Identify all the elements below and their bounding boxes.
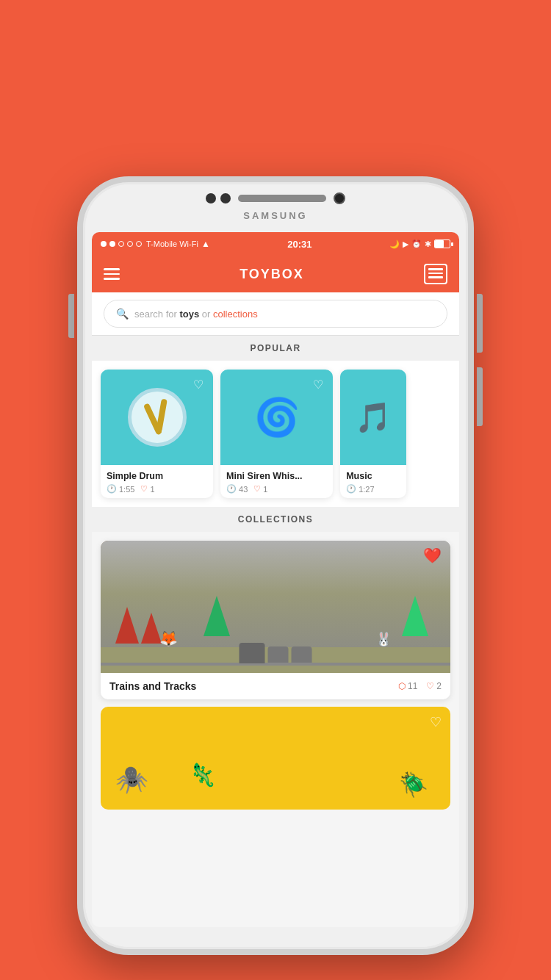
toy-card-img-drum: ♡ <box>101 370 213 465</box>
phone-shell: SAMSUNG T-Mobile Wi-Fi ▲ 20:31 🌙 ▶ <box>77 176 474 955</box>
scene-rabbit: 🐰 <box>375 631 392 647</box>
status-bar: T-Mobile Wi-Fi ▲ 20:31 🌙 ▶ ⏰ ✱ <box>92 232 459 256</box>
toy-time-siren: 🕐 43 <box>226 484 248 494</box>
toy-likes-val-drum: 1 <box>150 485 154 494</box>
phone-dots <box>206 193 231 203</box>
train-car-3 <box>292 646 312 663</box>
search-bar[interactable]: 🔍 search for toys or collections <box>92 292 459 336</box>
hamburger-line-2 <box>104 273 120 275</box>
gecko-icon: 🦎 <box>189 762 216 788</box>
toy-time-drum: 🕐 1:55 <box>107 484 134 494</box>
toy-card-img-music: 🎵 <box>340 370 406 465</box>
signal-dot-2 <box>109 241 115 247</box>
nav-bar: TOYBOX <box>92 256 459 292</box>
train-car-2 <box>268 646 289 663</box>
heart-outline-icon: ♡ <box>193 378 204 392</box>
toy-card-info-music: Music 🕐 1:27 <box>340 465 406 498</box>
popular-row: ♡ Simple Drum 🕐 1:55 ♡ 1 <box>92 361 459 507</box>
app-title: TOYBOX <box>240 267 304 282</box>
toy-name-siren: Mini Siren Whis... <box>226 471 327 481</box>
toy-card-music[interactable]: 🎵 Music 🕐 1:27 <box>340 370 406 498</box>
hamburger-line-3 <box>104 278 120 280</box>
coll-likes: ♡ 2 <box>426 681 442 691</box>
clock-icon-music: 🕐 <box>346 484 356 494</box>
phone-btn-bixby <box>477 367 483 426</box>
signal-dot-1 <box>101 241 107 247</box>
bluetooth-icon: ✱ <box>425 239 431 249</box>
search-pre: search for <box>134 309 179 320</box>
phone-speaker <box>238 195 326 202</box>
coll-count: ⬡ 11 <box>398 681 417 691</box>
popular-section-header: POPULAR <box>92 336 459 361</box>
toy-meta-music: 🕐 1:27 <box>346 484 400 494</box>
collection-card-trains[interactable]: 🦊 🐰 ❤️ Trains and Tracks ⬡ 11 <box>101 541 450 699</box>
toy-likes-val-siren: 1 <box>263 485 267 494</box>
toy-card-info-siren: Mini Siren Whis... 🕐 43 ♡ 1 <box>220 465 333 498</box>
scene-bg: 🦊 🐰 ❤️ <box>101 541 450 673</box>
search-inner[interactable]: 🔍 search for toys or collections <box>104 300 447 328</box>
toy-name-drum: Simple Drum <box>107 471 207 481</box>
cart-line-1 <box>428 268 443 270</box>
phone-btn-volume <box>68 294 74 338</box>
status-left: T-Mobile Wi-Fi ▲ <box>101 239 210 249</box>
carrier-name: T-Mobile Wi-Fi <box>146 239 198 248</box>
heart-meta-drum: ♡ <box>140 484 148 494</box>
battery-icon <box>434 239 450 248</box>
toy-card-drum[interactable]: ♡ Simple Drum 🕐 1:55 ♡ 1 <box>101 370 213 498</box>
signal-dot-5 <box>136 241 142 247</box>
phone-top-bar <box>173 192 378 204</box>
cube-icon: ⬡ <box>398 681 406 691</box>
location-icon: ▶ <box>403 239 408 249</box>
phone-camera <box>334 192 345 204</box>
train-car-1 <box>240 643 265 663</box>
heart-meta-siren: ♡ <box>253 484 261 494</box>
cart-line-3 <box>428 276 443 278</box>
toy-heart-btn-siren[interactable]: ♡ <box>309 375 327 393</box>
collection-meta-trains: ⬡ 11 ♡ 2 <box>398 681 442 691</box>
collection-img-trains: 🦊 🐰 ❤️ <box>101 541 450 673</box>
toy-likes-siren: ♡ 1 <box>253 484 267 494</box>
search-text: search for toys or collections <box>134 309 258 320</box>
search-toys: toys <box>179 309 199 320</box>
toy-likes-drum: ♡ 1 <box>140 484 154 494</box>
collection-heart-btn[interactable]: ❤️ <box>423 547 442 564</box>
hamburger-menu[interactable] <box>104 268 120 280</box>
status-right: 🌙 ▶ ⏰ ✱ <box>389 239 450 249</box>
phone-btn-power <box>477 294 483 353</box>
signal-dot-3 <box>118 241 124 247</box>
toy-time-val-music: 1:27 <box>359 485 374 494</box>
toy-card-siren[interactable]: 🌀 ♡ Mini Siren Whis... 🕐 43 <box>220 370 333 498</box>
toy-name-music: Music <box>346 471 400 481</box>
yellow-collection-card[interactable]: ♡ 🕷️ 🦎 🪲 <box>101 707 450 810</box>
spider-icon: 🕷️ <box>115 764 148 795</box>
toy-time-music: 🕐 1:27 <box>346 484 374 494</box>
scene-fox: 🦊 <box>159 630 178 647</box>
coll-heart-icon: ♡ <box>426 681 434 691</box>
clock-icon-drum: 🕐 <box>107 484 117 494</box>
search-collections: collections <box>213 309 258 320</box>
toy-heart-btn-drum[interactable]: ♡ <box>190 375 207 393</box>
scene-tree-green-1 <box>204 596 230 636</box>
moon-icon: 🌙 <box>389 239 400 249</box>
coll-likes-val: 2 <box>436 681 442 691</box>
collection-info-trains: Trains and Tracks ⬡ 11 ♡ 2 <box>101 673 450 699</box>
hamburger-line-1 <box>104 268 120 270</box>
toy-card-info-drum: Simple Drum 🕐 1:55 ♡ 1 <box>101 465 213 498</box>
toy-time-val-drum: 1:55 <box>119 485 134 494</box>
alarm-icon: ⏰ <box>411 239 422 249</box>
cockroach-icon: 🪲 <box>399 771 428 799</box>
signal-dot-4 <box>127 241 133 247</box>
phone-mockup: SAMSUNG T-Mobile Wi-Fi ▲ 20:31 🌙 ▶ <box>77 176 474 955</box>
cart-icon[interactable] <box>424 264 447 284</box>
scene-train <box>240 646 312 667</box>
toy-card-img-siren: 🌀 ♡ <box>220 370 333 465</box>
collections-label: COLLECTIONS <box>238 514 314 525</box>
scene-tree-red-2 <box>141 613 162 644</box>
wifi-icon: ▲ <box>201 239 210 249</box>
clock-icon-siren: 🕐 <box>226 484 237 494</box>
status-time: 20:31 <box>287 239 311 250</box>
battery-fill <box>435 240 444 248</box>
coll-count-val: 11 <box>408 681 417 691</box>
cart-line-2 <box>428 273 443 275</box>
yellow-card-heart[interactable]: ♡ <box>430 714 442 730</box>
